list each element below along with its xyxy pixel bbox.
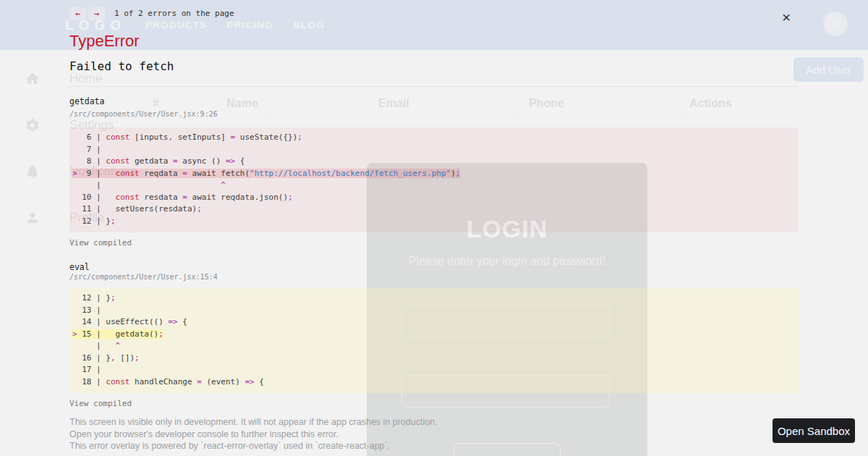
code-frame: 6 | const [inputs, setInputs] = useState…: [69, 127, 799, 232]
footer-line: This screen is visible only in developme…: [69, 416, 799, 428]
footer-line: Open your browser's developer console to…: [69, 428, 799, 441]
error-message: Failed to fetch: [69, 59, 799, 73]
error-overlay: ← → 1 of 2 errors on the page TypeError …: [69, 0, 799, 452]
stack-frame-location: /src/components/User/User.jsx:9:26: [69, 110, 799, 119]
error-navigation: ← → 1 of 2 errors on the page: [69, 7, 799, 20]
footer-line: This error overlay is powered by `react-…: [69, 440, 799, 452]
error-counter: 1 of 2 errors on the page: [114, 7, 234, 20]
stack-frame-function: eval: [69, 262, 799, 272]
error-type: TypeError: [69, 32, 799, 51]
overlay-footer: This screen is visible only in developme…: [69, 416, 799, 452]
previous-error-button[interactable]: ←: [69, 7, 86, 20]
open-sandbox-button[interactable]: Open Sandbox: [773, 418, 855, 443]
stack-frame-location: /src/components/User/User.jsx:15:4: [69, 273, 799, 282]
view-compiled-link[interactable]: View compiled: [69, 399, 799, 408]
view-compiled-link[interactable]: View compiled: [69, 238, 799, 248]
code-frame: 12 | }; 13 | 14 | useEffect(() => {> 15 …: [69, 288, 799, 393]
next-error-button[interactable]: →: [88, 7, 105, 20]
stack-frame-function: getdata: [69, 96, 799, 106]
